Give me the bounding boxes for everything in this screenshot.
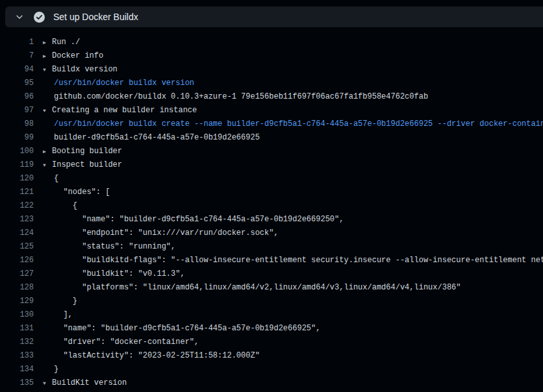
group-title: Creating a new builder instance (52, 106, 197, 115)
command-text: /usr/bin/docker buildx create --name bui… (43, 117, 543, 131)
log-line: 96github.com/docker/buildx 0.10.3+azure-… (0, 90, 543, 104)
line-number[interactable]: 99 (0, 131, 34, 145)
collapsed-arrow-icon: ▶ (43, 49, 52, 63)
output-text: ], (43, 308, 73, 322)
log-line: 126 "buildkitd-flags": "--allow-insecure… (0, 254, 543, 267)
line-number[interactable]: 1 (0, 36, 34, 49)
log-line: 132 "driver": "docker-container", (0, 336, 543, 349)
log-line: 122 { (0, 199, 543, 213)
expanded-arrow-icon: ▼ (43, 63, 52, 77)
expanded-arrow-icon: ▼ (43, 376, 52, 390)
output-text: "name": "builder-d9cfb5a1-c764-445a-a57e… (43, 322, 320, 336)
output-text: github.com/docker/buildx 0.10.3+azure-1 … (43, 90, 428, 104)
line-number[interactable]: 95 (0, 77, 34, 90)
line-number[interactable]: 94 (0, 63, 34, 77)
group-content: ▼BuildKit version (43, 376, 127, 390)
group-content: ▼Creating a new builder instance (43, 104, 197, 117)
log-line: 129 } (0, 295, 543, 308)
expanded-arrow-icon: ▼ (43, 158, 52, 172)
line-number[interactable]: 119 (0, 158, 34, 172)
log-line: 121 "nodes": [ (0, 186, 543, 199)
group-title: Inspect builder (52, 160, 122, 169)
group-title: Docker info (52, 51, 103, 60)
log-line: 95/usr/bin/docker buildx version (0, 77, 543, 90)
line-number[interactable]: 129 (0, 295, 34, 308)
line-number[interactable]: 96 (0, 90, 34, 104)
log-line: 134} (0, 363, 543, 376)
log-group-line[interactable]: 7▶Docker info (0, 49, 543, 63)
output-text: "nodes": [ (43, 186, 110, 199)
log-line: 127 "buildkit": "v0.11.3", (0, 267, 543, 281)
line-number[interactable]: 128 (0, 281, 34, 295)
output-text: "status": "running", (43, 240, 175, 254)
line-number[interactable]: 130 (0, 308, 34, 322)
chevron-down-icon (15, 12, 24, 21)
step-title: Set up Docker Buildx (53, 12, 138, 22)
output-text: builder-d9cfb5a1-c764-445a-a57e-0b19d2e6… (43, 131, 260, 145)
line-number[interactable]: 126 (0, 254, 34, 267)
log-line: 98/usr/bin/docker buildx create --name b… (0, 117, 543, 131)
group-content: ▶Docker info (43, 49, 103, 63)
output-text: { (43, 172, 58, 186)
log-line: 120{ (0, 172, 543, 186)
line-number[interactable]: 98 (0, 117, 34, 131)
line-number[interactable]: 121 (0, 186, 34, 199)
group-title: Buildx version (52, 65, 118, 74)
line-number[interactable]: 133 (0, 349, 34, 363)
line-number[interactable]: 134 (0, 363, 34, 376)
log-line: 133 "lastActivity": "2023-02-25T11:58:12… (0, 349, 543, 363)
line-number[interactable]: 132 (0, 336, 34, 349)
log-line: 128 "platforms": "linux/amd64,linux/amd6… (0, 281, 543, 295)
output-text: "driver": "docker-container", (43, 336, 199, 349)
collapsed-arrow-icon: ▶ (43, 36, 52, 49)
line-number[interactable]: 131 (0, 322, 34, 336)
log-group-line[interactable]: 100▶Booting builder (0, 145, 543, 158)
check-circle-icon (34, 12, 45, 23)
group-content: ▼Inspect builder (43, 158, 122, 172)
log-line: 131 "name": "builder-d9cfb5a1-c764-445a-… (0, 322, 543, 336)
line-number[interactable]: 100 (0, 145, 34, 158)
expanded-arrow-icon: ▼ (43, 104, 52, 117)
line-number[interactable]: 97 (0, 104, 34, 117)
log-group-line[interactable]: 97▼Creating a new builder instance (0, 104, 543, 117)
line-number[interactable]: 120 (0, 172, 34, 186)
output-text: "name": "builder-d9cfb5a1-c764-445a-a57e… (43, 213, 344, 227)
group-content: ▶Run ./ (43, 36, 80, 49)
collapsed-arrow-icon: ▶ (43, 145, 52, 158)
output-text: } (43, 363, 58, 376)
output-text: "lastActivity": "2023-02-25T11:58:12.000… (43, 349, 260, 363)
collapse-step-button[interactable] (14, 11, 25, 23)
log-group-line[interactable]: 1▶Run ./ (0, 36, 543, 49)
log-line: 124 "endpoint": "unix:///var/run/docker.… (0, 227, 543, 240)
log-viewer: Set up Docker Buildx 1▶Run ./7▶Docker in… (0, 0, 543, 392)
command-text: /usr/bin/docker buildx version (43, 77, 194, 90)
output-text: } (43, 295, 77, 308)
step-header[interactable]: Set up Docker Buildx (5, 6, 543, 27)
line-number[interactable]: 127 (0, 267, 34, 281)
group-title: Run ./ (52, 38, 80, 47)
log-group-line[interactable]: 119▼Inspect builder (0, 158, 543, 172)
output-text: "buildkit": "v0.11.3", (43, 267, 185, 281)
line-number[interactable]: 123 (0, 213, 34, 227)
log-line: 125 "status": "running", (0, 240, 543, 254)
line-number[interactable]: 7 (0, 49, 34, 63)
group-content: ▼Buildx version (43, 63, 118, 77)
log-line: 99builder-d9cfb5a1-c764-445a-a57e-0b19d2… (0, 131, 543, 145)
output-text: "platforms": "linux/amd64,linux/amd64/v2… (43, 281, 461, 295)
log-line: 123 "name": "builder-d9cfb5a1-c764-445a-… (0, 213, 543, 227)
group-title: Booting builder (52, 147, 122, 156)
log-line: 130 ], (0, 308, 543, 322)
line-number[interactable]: 124 (0, 227, 34, 240)
log-group-line[interactable]: 135▼BuildKit version (0, 376, 543, 390)
output-text: "endpoint": "unix:///var/run/docker.sock… (43, 227, 279, 240)
line-number[interactable]: 135 (0, 376, 34, 390)
line-number[interactable]: 122 (0, 199, 34, 213)
output-text: "buildkitd-flags": "--allow-insecure-ent… (43, 254, 543, 267)
line-number[interactable]: 125 (0, 240, 34, 254)
group-title: BuildKit version (52, 378, 127, 387)
log-group-line[interactable]: 94▼Buildx version (0, 63, 543, 77)
output-text: { (43, 199, 77, 213)
group-content: ▶Booting builder (43, 145, 122, 158)
log-lines-container: 1▶Run ./7▶Docker info94▼Buildx version95… (0, 27, 543, 392)
